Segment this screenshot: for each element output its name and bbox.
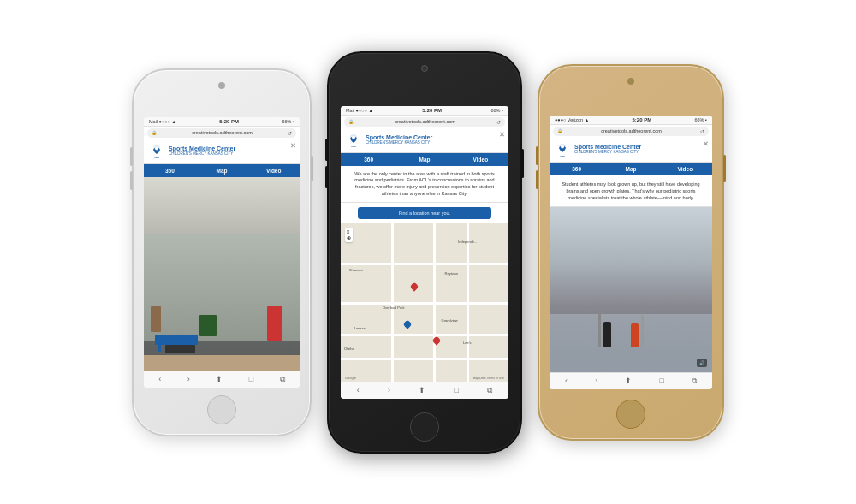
back-btn-white[interactable]: ‹ [158, 375, 161, 383]
screen-black: Mail ●○○○ ▲ 5:20 PM 66% ▪ 🔒 creativetool… [341, 106, 508, 399]
home-button-white[interactable] [207, 395, 236, 424]
tab-video-white[interactable]: Video [247, 164, 300, 177]
svg-point-1 [155, 146, 158, 150]
bookmarks-btn-black[interactable]: □ [455, 386, 459, 394]
close-icon-black[interactable]: ✕ [499, 131, 505, 139]
video-thumbnail[interactable]: 🔊 [550, 207, 712, 371]
map-label-raytown: Raytown [445, 271, 459, 276]
map-cta-button[interactable]: Find a location near you. [358, 207, 492, 219]
tabs-btn-white[interactable]: ⧉ [280, 375, 285, 384]
svg-point-7 [561, 145, 564, 148]
close-icon-gold[interactable]: ✕ [703, 140, 709, 148]
nav-tabs-white: 360 Map Video [144, 164, 300, 177]
vol-dn-btn-black [325, 166, 328, 188]
map-label-lenexa: Lenexa [354, 326, 366, 330]
url-bar-white[interactable]: 🔒 creativetools.adtheorent.com ↺ [147, 128, 296, 138]
screen-white: Mail ●○○○ ▲ 5:20 PM 66% ▪ 🔒 creativetool… [144, 117, 300, 388]
forward-btn-black[interactable]: › [388, 386, 390, 394]
back-btn-gold[interactable]: ‹ [565, 377, 568, 385]
map-label-shawnee: Shawnee [349, 268, 364, 272]
share-btn-black[interactable]: ⬆ [419, 386, 425, 394]
app-header-black: CMH Sports Medicine Center CHILDREN'S ME… [341, 128, 508, 153]
tab-video-gold[interactable]: Video [658, 163, 712, 175]
screen-map-content: We are the only center in the area with … [341, 166, 508, 382]
lock-icon-gold: 🔒 [557, 128, 562, 133]
tab-360-gold[interactable]: 360 [550, 163, 603, 175]
road-v3 [467, 223, 469, 381]
vol-dn-btn [130, 171, 133, 190]
app-subtitle-black: CHILDREN'S MERCY KANSAS CITY [366, 141, 504, 145]
reload-icon-gold[interactable]: ↺ [700, 128, 704, 134]
home-button-gold[interactable] [616, 400, 645, 429]
tab-map-white[interactable]: Map [196, 164, 248, 177]
lock-icon-black: 🔒 [348, 119, 354, 124]
power-btn [311, 156, 313, 181]
home-button-black[interactable] [410, 412, 439, 442]
tab-video-black[interactable]: Video [453, 153, 508, 166]
reload-icon-black[interactable]: ↺ [496, 119, 501, 125]
status-time-gold: 5:20 PM [632, 117, 651, 122]
video-text: Student athletes may look grown up, but … [550, 175, 712, 208]
leg-right-red [631, 323, 639, 347]
screen-content-white: Mail ●○○○ ▲ 5:20 PM 66% ▪ 🔒 creativetool… [144, 117, 300, 388]
map-area[interactable]: Shawnee Overland Park Lenexa Olathe Gran… [341, 223, 508, 381]
equipment-wood [151, 306, 161, 332]
forward-btn-white[interactable]: › [187, 375, 190, 383]
tab-360-white[interactable]: 360 [144, 164, 196, 177]
screen-360-content [144, 177, 300, 371]
url-bar-gold[interactable]: 🔒 creativetools.adtheorent.com ↺ [553, 127, 709, 136]
share-btn-white[interactable]: ⬆ [216, 375, 223, 383]
map-layout: We are the only center in the area with … [341, 166, 508, 382]
bookmarks-btn-gold[interactable]: □ [659, 377, 663, 385]
map-pin-1 [410, 282, 419, 292]
gym-photo [144, 177, 300, 371]
close-icon-white[interactable]: ✕ [290, 142, 296, 150]
status-time-white: 5:20 PM [219, 119, 239, 124]
bookmarks-btn-white[interactable]: □ [249, 375, 253, 383]
road-h1 [341, 263, 508, 265]
nav-tabs-gold: 360 Map Video [550, 163, 712, 175]
back-btn-black[interactable]: ‹ [357, 386, 360, 394]
browser-bar-black: ‹ › ⬆ □ ⧉ [341, 382, 508, 399]
app-header-gold: CMH Sports Medicine Center CHILDREN'S ME… [550, 138, 712, 163]
equipment-rack [267, 306, 282, 341]
map-label-lees: Lee's [463, 341, 471, 345]
share-btn-gold[interactable]: ⬆ [625, 377, 632, 385]
app-subtitle-gold: CHILDREN'S MERCY KANSAS CITY [574, 151, 708, 155]
volume-icon[interactable]: 🔊 [697, 359, 707, 367]
phone-black: Mail ●○○○ ▲ 5:20 PM 66% ▪ 🔒 creativetool… [327, 51, 522, 454]
vol-up-btn-black [325, 139, 328, 161]
road-v1 [391, 223, 394, 381]
road-h3 [341, 334, 508, 336]
logo-white: CMH [148, 143, 165, 160]
url-text-white: creativetools.adtheorent.com [159, 130, 285, 135]
map-text: We are the only center in the area with … [341, 166, 508, 204]
screen-gold: ●●●○ Verizon ▲ 5:20 PM 66% ▪ 🔒 creativet… [550, 116, 712, 389]
treatment-table [155, 335, 198, 345]
status-bar-gold: ●●●○ Verizon ▲ 5:20 PM 66% ▪ [550, 116, 712, 125]
tab-map-gold[interactable]: Map [603, 163, 657, 175]
figure-left [598, 313, 611, 347]
screen-content-gold: ●●●○ Verizon ▲ 5:20 PM 66% ▪ 🔒 creativet… [550, 116, 712, 389]
svg-text:CMH: CMH [154, 157, 159, 159]
google-label: Google [345, 376, 356, 380]
crutch-right [641, 315, 644, 347]
tab-360-black[interactable]: 360 [341, 153, 396, 166]
map-label-grandview: Grandview [442, 318, 458, 323]
tabs-btn-black[interactable]: ⧉ [487, 386, 492, 395]
tabs-btn-gold[interactable]: ⧉ [692, 377, 697, 386]
camera-gold [627, 78, 634, 85]
tab-map-black[interactable]: Map [396, 153, 452, 166]
map-controls[interactable]: ≡⊕ [345, 228, 353, 242]
map-label-overland: Overland Park [383, 305, 405, 310]
camera-black [421, 65, 428, 72]
url-bar-black[interactable]: 🔒 creativetools.adtheorent.com ↺ [344, 117, 505, 127]
status-right-black: 66% ▪ [491, 108, 504, 113]
logo-black: CMH [345, 132, 362, 149]
status-bar-black: Mail ●○○○ ▲ 5:20 PM 66% ▪ [341, 106, 508, 116]
forward-btn-gold[interactable]: › [595, 377, 597, 385]
crutch-left [598, 313, 601, 347]
browser-bar-white: ‹ › ⬆ □ ⧉ [144, 371, 300, 388]
reload-icon-white[interactable]: ↺ [288, 130, 292, 136]
power-btn-gold [723, 155, 726, 182]
